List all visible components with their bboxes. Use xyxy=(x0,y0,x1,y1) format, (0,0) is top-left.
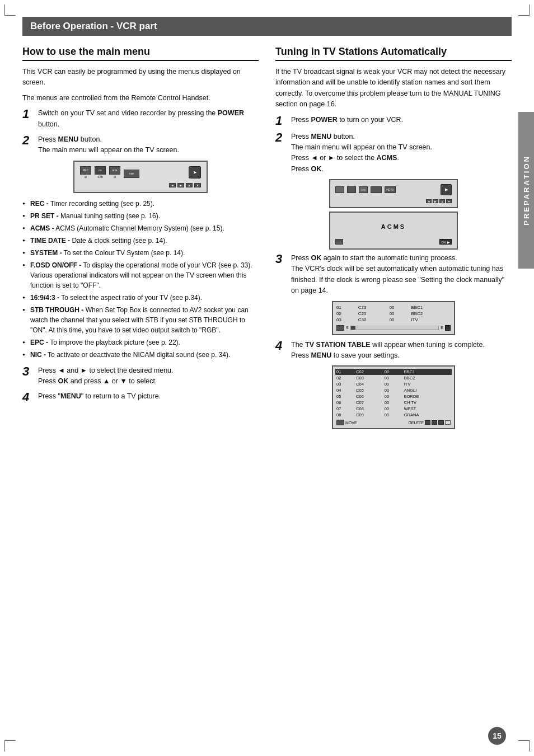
bullet-system: SYSTEM - To set the Colour TV System (se… xyxy=(22,248,259,258)
step-1-num: 1 xyxy=(22,108,35,120)
right-column: Tuning in TV Stations Automatically If t… xyxy=(275,46,512,434)
station-table-screen: 01 C23 00 BBC1 02 C25 00 BBC2 03 C30 xyxy=(332,301,455,335)
left-column: How to use the main menu This VCR can ea… xyxy=(22,46,259,434)
right-step-2-num: 2 xyxy=(275,132,288,144)
bullet-rec: REC - Timer recording setting (see p. 25… xyxy=(22,199,259,209)
step-3: 3 Press ◄ and ► to select the desired me… xyxy=(22,365,259,387)
page-number: 15 xyxy=(493,731,502,740)
table-row: 05 C06 00 BORDE xyxy=(335,393,452,400)
left-intro-1: This VCR can easily be programmed by usi… xyxy=(22,67,259,88)
main-menu-screen: REC ⊞ PR STB xyxy=(73,161,208,193)
table-bottom-row: MOVE DELETE xyxy=(335,418,452,426)
progress-label-e: E xyxy=(441,326,443,330)
corner-mark-tl xyxy=(4,4,16,16)
right-step-4-num: 4 xyxy=(275,340,288,352)
right-section-title: Tuning in TV Stations Automatically xyxy=(275,46,512,61)
table-row: 03 C30 00 ITV xyxy=(335,317,452,323)
step3-and: and xyxy=(67,367,78,374)
bullet-nic: NIC - To activate or deactivate the NICA… xyxy=(22,350,259,360)
right-intro: If the TV broadcast signal is weak your … xyxy=(275,67,512,110)
progress-icon xyxy=(336,325,344,331)
left-section-title: How to use the main menu xyxy=(22,46,259,61)
right-step-3-num: 3 xyxy=(275,253,288,265)
table-row: 08 C09 00 GRANA xyxy=(335,412,452,418)
table-row: 07 C08 00 WEST xyxy=(335,406,452,412)
table-row: 01 C23 00 BBC1 xyxy=(335,304,452,311)
table-icon-left xyxy=(336,420,344,425)
header-bar: Before Operation - VCR part xyxy=(22,17,512,36)
bullet-ratio: 16:9/4:3 - To select the aspect ratio of… xyxy=(22,293,259,303)
left-intro-2: The menus are controlled from the Remote… xyxy=(22,93,259,104)
step3-press: Press xyxy=(38,367,56,374)
delete-icon-2 xyxy=(432,420,437,425)
feature-list: REC - Timer recording setting (see p. 25… xyxy=(22,199,259,360)
step-1: 1 Switch on your TV set and video record… xyxy=(22,108,259,130)
table-row: 02 C03 00 BBC2 xyxy=(335,375,452,381)
right-step-1: 1 Press POWER to turn on your VCR. xyxy=(275,115,512,127)
corner-mark-br xyxy=(518,740,530,752)
progress-bar-container xyxy=(350,326,439,330)
progress-bar-fill xyxy=(351,326,355,330)
table-bottom-left: MOVE xyxy=(336,420,357,425)
step-4: 4 Press "MENU" to return to a TV picture… xyxy=(22,391,259,403)
full-station-table-screen: 01 C02 00 BBC1 02 C03 00 BBC2 03 C04 xyxy=(332,365,455,429)
progress-label-s: S xyxy=(346,326,349,330)
bullet-prset: PR SET - Manual tuning setting (see p. 1… xyxy=(22,211,259,221)
table-label-move: MOVE xyxy=(345,421,357,425)
step-2-num: 2 xyxy=(22,134,35,147)
right-step-3: 3 Press OK again to start the automatic … xyxy=(275,253,512,297)
right-step-4-content: The TV STATION TABLE will appear when tu… xyxy=(291,340,512,361)
page-wrapper: PREPARATION Before Operation - VCR part … xyxy=(0,0,534,756)
bullet-acms: ACMS - ACMS (Automatic Channel Memory Sy… xyxy=(22,223,259,233)
progress-end-icon xyxy=(445,325,451,331)
step-4-content: Press "MENU" to return to a TV picture. xyxy=(38,391,259,402)
bullet-epc: EPC - To improve the playback picture (s… xyxy=(22,337,259,348)
bullet-stb: STB THROUGH - When Set Top Box is connec… xyxy=(22,305,259,335)
page-number-badge: 15 xyxy=(488,727,506,745)
right-step-1-content: Press POWER to turn on your VCR. xyxy=(291,115,512,125)
table-row: 03 C04 00 ITV xyxy=(335,381,452,387)
corner-mark-tr xyxy=(518,4,530,16)
bullet-fosd: F.OSD ON/OFF - To display the operationa… xyxy=(22,260,259,290)
header-title: Before Operation - VCR part xyxy=(30,21,157,31)
step-1-content: Switch on your TV set and video recorder… xyxy=(38,108,259,130)
step-3-content: Press ◄ and ► to select the desired menu… xyxy=(38,365,259,387)
progress-bar-row: S E xyxy=(335,323,452,332)
acms-screen: ACMS OK ▶ xyxy=(329,212,458,250)
table-row: 06 C07 00 CH TV xyxy=(335,400,452,406)
table-bottom-right: DELETE xyxy=(409,420,451,425)
right-step-4: 4 The TV STATION TABLE will appear when … xyxy=(275,340,512,361)
step-2: 2 Press MENU button. The main menu will … xyxy=(22,134,259,156)
corner-mark-bl xyxy=(4,740,16,752)
full-station-table: 01 C02 00 BBC1 02 C03 00 BBC2 03 C04 xyxy=(335,369,452,418)
table-row: 02 C25 00 BBC2 xyxy=(335,311,452,317)
table-row: 01 C02 00 BBC1 xyxy=(335,369,452,375)
right-main-menu-screen: STB HDTV ▶ xyxy=(329,179,458,208)
right-step-2: 2 Press MENU button. The main menu will … xyxy=(275,132,512,175)
table-row: 04 C05 00 ANGLI xyxy=(335,387,452,393)
station-mini-table: 01 C23 00 BBC1 02 C25 00 BBC2 03 C30 xyxy=(335,304,452,323)
right-step-2-content: Press MENU button. The main menu will ap… xyxy=(291,132,512,175)
delete-icon-3 xyxy=(438,420,444,425)
step-3-num: 3 xyxy=(22,365,35,378)
delete-icon-1 xyxy=(425,420,430,425)
main-content: How to use the main menu This VCR can ea… xyxy=(22,46,512,434)
right-step-1-num: 1 xyxy=(275,115,288,127)
delete-icon-4 xyxy=(445,420,451,425)
side-tab-label: PREPARATION xyxy=(522,155,531,226)
bullet-timedate: TIME DATE - Date & clock setting (see p.… xyxy=(22,236,259,246)
table-label-delete: DELETE xyxy=(409,421,424,425)
step-4-num: 4 xyxy=(22,391,35,403)
preparation-tab: PREPARATION xyxy=(518,112,534,269)
right-step-3-content: Press OK again to start the automatic tu… xyxy=(291,253,512,297)
step-2-content: Press MENU button. The main menu will ap… xyxy=(38,134,259,156)
